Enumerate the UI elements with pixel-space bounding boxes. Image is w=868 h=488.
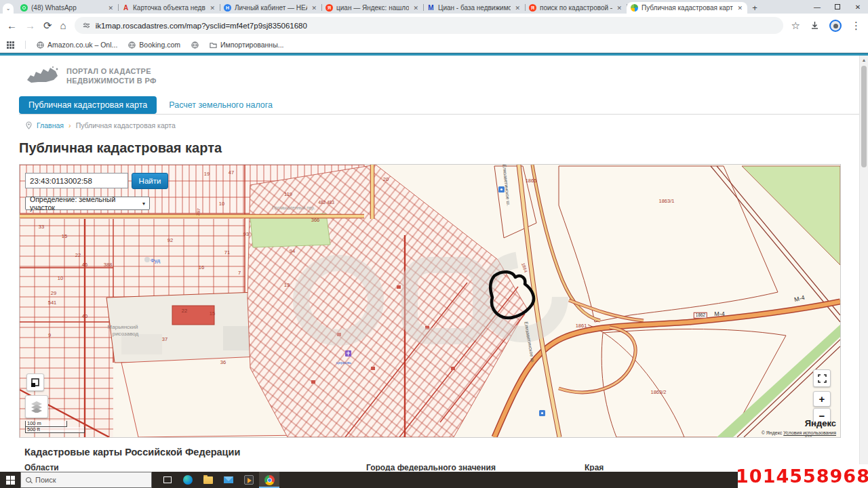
map-label: 7 [238,270,241,276]
tab-close-icon[interactable]: ✕ [616,5,623,12]
window-close-button[interactable]: ✕ [848,0,868,14]
map-label: 397 [196,208,201,216]
breadcrumb: Главная › Публичная кадастровая карта [26,121,868,129]
page-scrollbar[interactable]: ▲ ▼ [859,56,868,471]
terms-of-use-link[interactable]: Условия использования [783,430,836,435]
mail-button[interactable] [218,472,239,488]
bookmark-booking[interactable]: Booking.com [128,41,180,49]
bookmark-amazon[interactable]: Amazon.co.uk – Onl... [37,41,117,49]
tab-close-icon[interactable]: ✕ [209,5,216,12]
map-label: Промышленный пер. [272,206,315,211]
file-explorer-button[interactable] [198,472,218,488]
chrome-button[interactable] [259,472,279,488]
window-minimize-button[interactable]: — [807,0,827,14]
edge-icon [183,475,193,485]
nav-tab-public-map[interactable]: Публичная кадастровая карта [19,96,157,114]
taskbar-search-box[interactable]: Поиск [20,472,152,488]
map-label: 10 [58,276,63,281]
bookmark-label: Импортированны... [220,41,283,49]
window-controls: — ✕ [807,0,868,14]
breadcrumb-separator: › [68,121,71,129]
zoom-in-button[interactable]: + [813,391,831,407]
tab-close-icon[interactable]: ✕ [514,5,521,12]
measure-tool-button[interactable] [26,373,44,391]
tab-object-card[interactable]: А Карточка объекта недвижим ✕ [118,2,220,14]
media-app-icon [244,475,254,485]
bookmark-star-icon[interactable]: ☆ [791,20,800,32]
url-text: ik1map.roscadastres.com/map?ysclid=mf4et… [96,22,307,30]
map-label: церковь [336,361,351,365]
scrollbar-thumb[interactable] [861,66,867,167]
tab-search-chevron-icon[interactable]: ⌄ [3,3,14,14]
map-label: 22 [182,308,187,314]
logo-line-2: НЕДВИЖИМОСТИ В РФ [66,76,157,85]
cadastral-number-input[interactable] [25,173,128,188]
tab-cian-yandex[interactable]: Я циан — Яндекс: нашлось 2 м ✕ [321,2,423,14]
address-bar[interactable]: ik1map.roscadastres.com/map?ysclid=mf4et… [75,17,783,34]
tab-cian-base[interactable]: М Циан - база недвижимости в ✕ [423,2,525,14]
object-type-value: Определение: земельный участок [30,195,142,211]
profile-avatar[interactable] [829,20,842,32]
footer-col-kraya[interactable]: Края [585,463,604,471]
map-label: 36 [220,360,226,365]
cadastral-map[interactable]: 20194711910397366482 4839392947138816713… [19,164,841,438]
footer-col-goroda[interactable]: Города федерального значения [366,463,496,471]
bookmark-folder-imported[interactable]: Импортированны... [210,41,283,49]
search-placeholder: Поиск [35,476,56,484]
map-label: М-4 [793,295,805,303]
scroll-up-arrow[interactable]: ▲ [860,56,868,64]
site-logo-text: ПОРТАЛ О КАДАСТРЕ НЕДВИЖИМОСТИ В РФ [66,66,157,86]
breadcrumb-home-link[interactable]: Главная [37,121,64,129]
map-label: Елизаветинское ш. [502,164,511,206]
media-app-button[interactable] [239,472,259,488]
tab-close-icon[interactable]: ✕ [311,5,317,12]
yandex-logo: Яндекс [805,418,836,428]
layers-button[interactable] [25,395,48,418]
fullscreen-button[interactable] [813,369,831,387]
forward-icon[interactable]: → [25,20,35,31]
search-icon [26,477,31,483]
mail-icon [224,476,233,483]
object-type-select[interactable]: Определение: земельный участок ▾ [25,197,150,210]
back-icon[interactable]: ← [7,20,17,31]
task-view-button[interactable] [157,472,178,488]
map-search-button[interactable]: Найти [132,173,168,189]
tab-cadastral-search[interactable]: Я поиск по кадастровой — Янд ✕ [525,2,627,14]
home-icon[interactable]: ⌂ [60,20,66,31]
map-label: 9 [48,333,51,338]
tab-close-icon[interactable]: ✕ [736,5,743,12]
nav-tab-land-tax[interactable]: Расчет земельного налога [169,100,273,110]
window-maximize-button[interactable] [827,0,848,14]
menu-dots-icon[interactable]: ⋮ [851,20,861,32]
tab-title: Карточка объекта недвижим [133,4,205,12]
tab-close-icon[interactable]: ✕ [107,5,114,12]
taskbar-icons [157,472,279,488]
map-label: 1862 [694,312,707,319]
map-label: 366 [311,218,320,223]
fullscreen-icon [818,374,827,383]
start-button[interactable] [0,472,20,488]
globe-icon[interactable] [191,41,199,49]
reload-icon[interactable]: ⟳ [43,20,52,32]
tab-close-icon[interactable]: ✕ [412,5,419,12]
browser-tab-strip: ⌄ (48) WhatsApp ✕ А Карточка объекта нед… [0,0,868,14]
map-label: 40 [82,314,87,319]
map-label: 1865 [526,178,537,184]
tab-neagent[interactable]: Н Личный кабинет — НЕАГЕНТ ✕ [220,2,321,14]
layers-icon [30,401,43,413]
footer-col-oblasti[interactable]: Области [24,463,59,471]
page-title: Публичная кадастровая карта [19,140,868,156]
download-icon[interactable] [810,20,820,30]
browser-toolbar: ← → ⟳ ⌂ ik1map.roscadastres.com/map?yscl… [0,14,868,37]
location-pin-icon [26,121,32,129]
tab-title: Публичная кадастровая карта [642,4,733,12]
breadcrumb-current: Публичная кадастровая карта [76,121,176,129]
tab-public-cadastral-map[interactable]: Публичная кадастровая карта ✕ [627,2,747,14]
new-tab-button[interactable]: + [747,2,762,14]
apps-grid-icon[interactable] [7,41,14,49]
blue-n-icon: Н [224,4,231,12]
edge-button[interactable] [178,472,198,488]
site-header: ПОРТАЛ О КАДАСТРЕ НЕДВИЖИМОСТИ В РФ [26,65,868,87]
site-settings-icon[interactable] [83,22,90,29]
tab-whatsapp[interactable]: (48) WhatsApp ✕ [16,2,118,14]
